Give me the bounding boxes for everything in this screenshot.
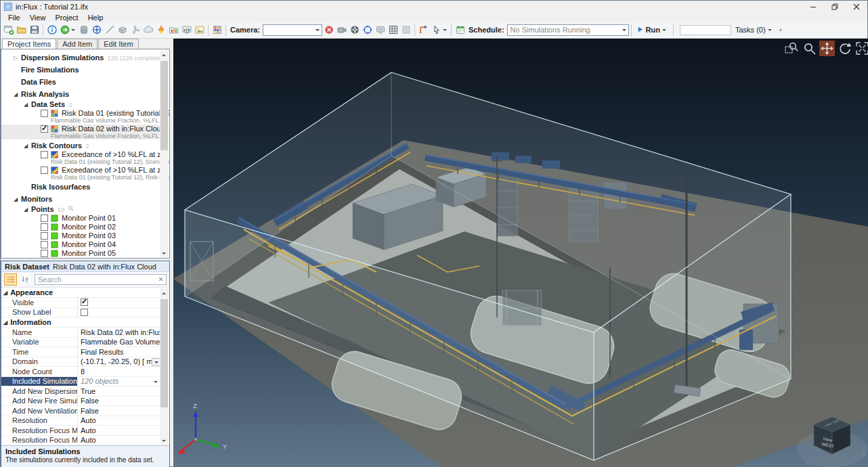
minimize-icon[interactable] — [802, 1, 824, 13]
tree-item[interactable]: Risk Data 02 with in:Flux Cloud — [1, 125, 160, 133]
properties-scrollbar[interactable] — [160, 288, 169, 445]
camera-icon[interactable] — [335, 23, 348, 37]
equipment-icon[interactable] — [77, 23, 90, 37]
scroll-up-icon[interactable] — [160, 50, 169, 59]
tree-item[interactable]: ◢Points10 — [1, 205, 160, 213]
scrollbar-thumb[interactable] — [160, 299, 168, 407]
property-group-header[interactable]: ◢Appearance — [1, 288, 169, 298]
property-row[interactable]: VariableFlammable Gas Volume Fraction, %… — [1, 338, 169, 348]
tasks-button[interactable]: Tasks (0) — [735, 26, 774, 34]
item-checkbox[interactable] — [41, 232, 48, 240]
cursor-caret[interactable] — [443, 29, 447, 33]
sort-az-icon[interactable] — [18, 273, 31, 286]
property-value[interactable]: Flammable Gas Volume Fraction, %LFL — [77, 338, 160, 347]
search-icon[interactable] — [68, 205, 74, 213]
property-value[interactable] — [77, 298, 160, 307]
run-button[interactable]: Run — [634, 26, 671, 35]
cursor-icon[interactable] — [430, 23, 443, 37]
camera-select[interactable] — [263, 24, 322, 36]
obstruction-icon[interactable] — [116, 23, 129, 37]
tab-add-item[interactable]: Add Item — [57, 39, 97, 49]
property-value[interactable]: (-10.71, -20.25, 0) [ m ] to (103. — [77, 357, 160, 367]
tree-item[interactable]: ▷Dispersion Simulations120 (120 complete… — [1, 53, 160, 62]
tree-scrollbar[interactable] — [160, 50, 169, 257]
menu-file[interactable]: File — [3, 14, 25, 22]
collapse-icon[interactable]: ◢ — [24, 102, 31, 108]
property-value[interactable]: Final Results — [77, 347, 160, 357]
tree-item[interactable]: Risk Isosurfaces — [1, 183, 160, 191]
tree-item[interactable]: Monitor Point 02 — [1, 223, 160, 231]
report-icon[interactable] — [193, 23, 206, 37]
property-row[interactable]: ResolutionAuto — [1, 416, 169, 426]
menu-project[interactable]: Project — [50, 14, 83, 22]
property-row[interactable]: NameRisk Data 02 with in:Flux Cloud — [1, 328, 169, 338]
value-checkbox[interactable] — [81, 309, 88, 316]
search-input[interactable] — [35, 275, 166, 284]
tree-item[interactable]: Monitor Point 04 — [1, 240, 160, 248]
tree-item[interactable]: ◢Risk Analysis — [1, 90, 160, 98]
property-row[interactable]: Add New Fire Simulati...False — [1, 397, 169, 407]
schedule-select[interactable]: No Simulations Running — [507, 24, 629, 36]
tab-project-items[interactable]: Project Items — [2, 39, 56, 49]
orbit-icon[interactable] — [361, 23, 374, 37]
property-row[interactable]: Show Label — [1, 308, 169, 318]
item-checkbox[interactable] — [41, 110, 48, 117]
info-icon[interactable] — [45, 23, 58, 37]
property-group-header[interactable]: ◢Information — [1, 317, 169, 328]
add-item-icon[interactable] — [58, 23, 71, 37]
close-icon[interactable] — [846, 1, 867, 13]
collapse-icon[interactable]: ◢ — [3, 290, 7, 296]
property-row[interactable]: Node Count8 — [1, 367, 169, 377]
tree-item[interactable]: Data Files — [1, 78, 160, 86]
dropdown-caret-icon[interactable] — [154, 381, 158, 385]
item-checkbox[interactable] — [41, 215, 48, 222]
collapse-icon[interactable]: ◢ — [14, 196, 21, 202]
scroll-up-icon[interactable] — [160, 288, 169, 297]
open-project-icon[interactable] — [15, 23, 28, 37]
property-row[interactable]: Resolution Focus MaxAuto — [1, 436, 169, 446]
property-row[interactable]: Visible — [1, 298, 169, 308]
property-row[interactable]: TimeFinal Results — [1, 347, 169, 357]
menu-view[interactable]: View — [25, 14, 51, 22]
property-value[interactable]: Auto — [77, 416, 160, 426]
clear-search-icon[interactable]: ✕ — [158, 275, 164, 283]
collapse-icon[interactable]: ◢ — [3, 319, 7, 326]
pan-icon[interactable] — [819, 41, 835, 56]
value-checkbox[interactable] — [81, 298, 88, 306]
collapse-icon[interactable]: ◢ — [24, 206, 31, 213]
item-checkbox[interactable] — [41, 223, 48, 231]
viewport-3d[interactable]: Z Y View WEST View TOP N E — [173, 39, 868, 467]
vent-icon[interactable] — [129, 23, 142, 37]
property-value[interactable]: Auto — [77, 426, 160, 435]
categorized-icon[interactable] — [4, 273, 17, 286]
toolbar-overflow-grip[interactable]: ▾ — [779, 27, 782, 33]
menu-help[interactable]: Help — [83, 14, 108, 22]
property-value[interactable]: True — [77, 386, 160, 396]
property-value[interactable]: Auto — [77, 436, 160, 445]
display-icon[interactable] — [374, 23, 387, 37]
grid-icon[interactable] — [387, 23, 399, 37]
scrollbar-thumb[interactable] — [160, 61, 168, 150]
property-value[interactable]: False — [77, 406, 160, 416]
cloud-icon[interactable] — [142, 23, 154, 37]
collapse-icon[interactable]: ◢ — [14, 91, 21, 97]
item-checkbox[interactable] — [41, 166, 48, 174]
scroll-down-icon[interactable] — [160, 436, 169, 445]
tree-item[interactable]: Exceedance of >10 %LFL at z = 16 meters — [1, 150, 160, 158]
item-checkbox[interactable] — [41, 151, 48, 158]
property-row[interactable]: Included Simulations120 objects — [1, 377, 169, 387]
property-value[interactable]: Risk Data 02 with in:Flux Cloud — [77, 328, 160, 337]
property-value[interactable] — [77, 308, 160, 317]
restore-icon[interactable] — [824, 1, 846, 13]
item-checkbox[interactable] — [41, 250, 48, 257]
delete-camera-icon[interactable] — [322, 23, 335, 37]
results-display-icon[interactable] — [180, 23, 193, 37]
tree-item[interactable]: ◢Monitors — [1, 195, 160, 203]
add-item-caret[interactable] — [71, 29, 75, 33]
color-grid-icon[interactable] — [211, 23, 223, 37]
leak-icon[interactable] — [103, 23, 116, 37]
item-checkbox[interactable] — [41, 125, 48, 133]
property-value[interactable]: False — [77, 397, 160, 406]
save-icon[interactable] — [28, 23, 41, 37]
property-row[interactable]: Resolution Focus MinAuto — [1, 426, 169, 436]
